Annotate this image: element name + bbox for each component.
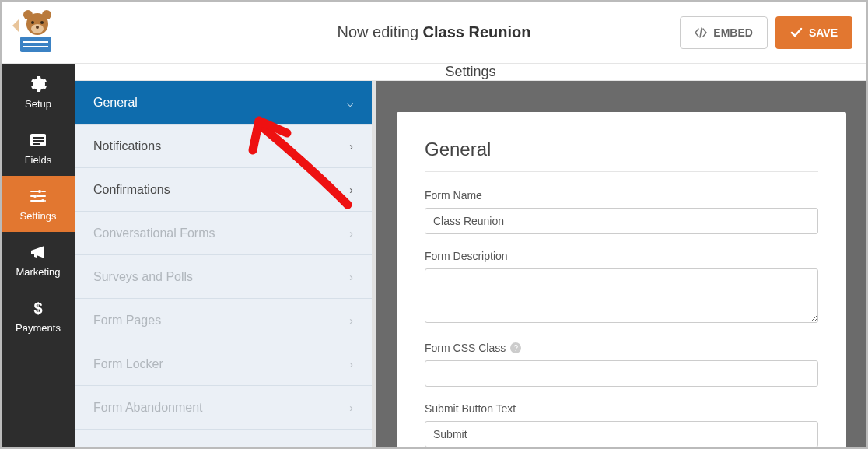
settings-item-general[interactable]: General ⌵ [75,81,372,125]
preview-area: General Form Name Form Description Form … [376,81,866,449]
svg-point-15 [33,195,37,198]
field-form-description: Form Description [425,250,818,326]
section-title: Settings [445,64,495,80]
settings-item-label: Form Locker [93,357,163,371]
gear-icon [29,75,47,93]
svg-text:$: $ [33,300,42,317]
chevron-right-icon: › [349,358,353,370]
chevron-right-icon: › [349,227,353,240]
label-form-description: Form Description [425,250,818,262]
bullhorn-icon [29,243,47,261]
rail-payments-label: Payments [16,322,61,334]
rail-settings[interactable]: Settings [2,176,75,232]
check-icon [790,27,803,38]
settings-item-surveys[interactable]: Surveys and Polls › [75,255,372,299]
sliders-icon [29,187,47,205]
svg-rect-11 [33,137,44,139]
settings-item-formlocker[interactable]: Form Locker › [75,342,372,386]
content-column: Settings General ⌵ Notifications › Confi… [75,64,866,447]
rail-setup[interactable]: Setup [2,64,75,120]
save-button[interactable]: SAVE [775,16,852,49]
rail-settings-label: Settings [20,210,57,222]
svg-point-7 [31,21,34,24]
help-icon[interactable]: ? [510,342,521,353]
input-form-description[interactable] [425,268,818,323]
settings-item-label: Confirmations [93,183,170,197]
settings-panel[interactable]: General ⌵ Notifications › Confirmations … [75,81,376,449]
svg-point-14 [38,190,41,193]
now-editing-form-name: Class Reunion [423,23,531,40]
svg-rect-0 [20,37,51,52]
field-form-name: Form Name [425,189,818,234]
settings-item-label: Form Pages [93,314,161,328]
preview-card: General Form Name Form Description Form … [397,112,846,449]
app-logo [11,10,61,55]
topbar: Now editing Class Reunion EMBED SAVE [2,2,866,64]
chevron-right-icon: › [349,314,353,327]
now-editing-prefix: Now editing [338,23,419,40]
chevron-right-icon: › [349,402,353,414]
settings-item-label: Form Abandonment [93,401,203,415]
label-form-name: Form Name [425,189,818,202]
rail-marketing[interactable]: Marketing [2,232,75,288]
rail-fields[interactable]: Fields [2,120,75,176]
dollar-icon: $ [29,299,47,317]
settings-item-label: Notifications [93,139,161,153]
chevron-down-icon: ⌵ [347,96,353,109]
settings-item-confirmations[interactable]: Confirmations › [75,168,372,212]
code-icon [695,27,707,38]
label-form-css: Form CSS Class [425,342,506,354]
chevron-right-icon: › [349,271,353,283]
input-form-css[interactable] [425,360,818,387]
svg-rect-13 [33,143,40,145]
preview-title: General [425,139,818,172]
svg-point-16 [41,199,44,202]
svg-rect-2 [23,46,48,47]
embed-label: EMBED [713,26,753,39]
settings-item-formpages[interactable]: Form Pages › [75,299,372,342]
chevron-right-icon: › [349,140,353,153]
settings-item-notifications[interactable]: Notifications › [75,125,372,168]
svg-rect-12 [33,140,44,142]
svg-point-8 [40,21,44,24]
settings-item-formabandonment[interactable]: Form Abandonment › [75,386,372,430]
rail-marketing-label: Marketing [16,266,60,278]
chevron-right-icon: › [349,184,353,196]
settings-item-label: Conversational Forms [93,226,215,240]
left-rail: Setup Fields Settings Marketing $ Paymen… [2,64,75,447]
svg-rect-1 [23,41,48,43]
settings-item-label: General [93,96,138,110]
now-editing-title: Now editing Class Reunion [338,23,531,41]
label-submit-text: Submit Button Text [425,402,818,415]
section-header: Settings [75,64,866,81]
field-form-css: Form CSS Class ? [425,342,818,387]
svg-point-4 [23,10,33,19]
input-submit-text[interactable] [425,421,818,447]
settings-item-conversational[interactable]: Conversational Forms › [75,212,372,255]
main-area: Setup Fields Settings Marketing $ Paymen… [2,64,866,447]
field-submit-text: Submit Button Text [425,402,818,447]
svg-point-5 [42,10,51,19]
input-form-name[interactable] [425,208,818,234]
list-icon [29,131,47,149]
rail-payments[interactable]: $ Payments [2,288,75,344]
rail-setup-label: Setup [25,98,51,110]
svg-point-9 [36,26,39,29]
save-label: SAVE [809,26,838,39]
settings-item-label: Surveys and Polls [93,270,193,284]
embed-button[interactable]: EMBED [680,16,768,49]
rail-fields-label: Fields [25,154,52,166]
